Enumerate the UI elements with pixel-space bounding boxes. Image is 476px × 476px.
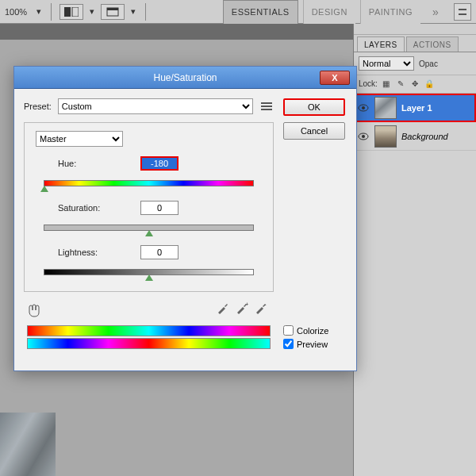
svg-rect-10 xyxy=(261,102,272,104)
eye-icon xyxy=(358,104,369,112)
dialog-titlebar[interactable]: Hue/Saturation X xyxy=(14,67,356,89)
svg-rect-11 xyxy=(261,106,272,107)
hue-slider[interactable] xyxy=(36,175,262,191)
hue-input[interactable] xyxy=(140,156,178,171)
eyedropper-add-icon[interactable]: + xyxy=(236,301,248,314)
preset-select[interactable]: Custom xyxy=(58,98,253,114)
lock-label: Lock: xyxy=(359,79,378,88)
screen-mode-icon xyxy=(64,7,79,17)
close-icon: X xyxy=(332,73,337,83)
workspace-expand-button[interactable] xyxy=(454,3,471,21)
layer-row-background[interactable]: Background xyxy=(354,122,476,151)
hue-label: Hue: xyxy=(36,159,140,168)
saturation-slider[interactable] xyxy=(36,220,262,236)
ok-button[interactable]: OK xyxy=(283,98,345,116)
svg-text:+: + xyxy=(245,301,248,308)
workspace-tab-painting[interactable]: PAINTING xyxy=(360,0,420,24)
svg-point-7 xyxy=(362,106,365,109)
colorize-label: Colorize xyxy=(297,326,328,336)
lock-move-icon[interactable]: ✥ xyxy=(409,78,420,89)
document-tab-strip xyxy=(0,24,353,40)
lock-transparent-icon[interactable]: ▦ xyxy=(381,78,392,89)
panel-tab-actions[interactable]: ACTIONS xyxy=(406,36,459,52)
eyedropper-icon[interactable] xyxy=(217,301,229,314)
eyedropper-subtract-icon[interactable]: - xyxy=(255,301,267,314)
hue-param: Hue: xyxy=(36,156,262,191)
targeted-adjust-button[interactable] xyxy=(24,301,44,319)
blend-mode-select[interactable]: Normal xyxy=(359,56,414,71)
svg-rect-3 xyxy=(107,8,118,10)
panel-tab-strip: LAYERS ACTIONS xyxy=(354,35,476,52)
lightness-slider[interactable] xyxy=(36,264,262,280)
layers-panel: LAYERS ACTIONS Normal Opac Lock: ▦ ✎ ✥ 🔒… xyxy=(353,24,476,476)
document-image xyxy=(0,413,56,476)
screen-mode-button[interactable] xyxy=(60,4,83,20)
saturation-label: Saturation: xyxy=(36,203,140,213)
layer-thumbnail[interactable] xyxy=(374,125,397,148)
arrange-icon xyxy=(106,7,119,17)
adjustment-group: Master Hue: Saturation: xyxy=(24,122,274,292)
zoom-dropdown-icon[interactable]: ▾ xyxy=(35,6,43,17)
zoom-level[interactable]: 100% xyxy=(5,7,30,17)
preview-checkbox-row[interactable]: Preview xyxy=(283,339,347,349)
hue-strip-result xyxy=(27,338,271,349)
options-bar: 100% ▾ ▾ ▾ ESSENTIALS DESIGN PAINTING » xyxy=(0,0,476,24)
cancel-button[interactable]: Cancel xyxy=(283,122,345,140)
lightness-param: Lightness: xyxy=(36,245,262,280)
lock-all-icon[interactable]: 🔒 xyxy=(424,78,435,89)
svg-rect-1 xyxy=(72,7,79,17)
svg-point-9 xyxy=(362,135,365,138)
workspace-more-icon[interactable]: » xyxy=(425,6,446,18)
colorize-checkbox-row[interactable]: Colorize xyxy=(283,325,347,336)
colorize-checkbox[interactable] xyxy=(283,325,294,336)
visibility-toggle[interactable] xyxy=(357,130,370,143)
saturation-param: Saturation: xyxy=(36,201,262,236)
lock-brush-icon[interactable]: ✎ xyxy=(395,78,406,89)
svg-rect-0 xyxy=(64,7,71,17)
menu-icon xyxy=(261,102,272,111)
preview-label: Preview xyxy=(297,340,328,349)
layer-thumbnail[interactable] xyxy=(374,97,397,119)
panel-tab-layers[interactable]: LAYERS xyxy=(357,36,405,52)
svg-rect-12 xyxy=(261,109,272,110)
separator xyxy=(51,3,52,21)
svg-rect-5 xyxy=(459,13,466,15)
svg-rect-4 xyxy=(459,9,466,10)
saturation-input[interactable] xyxy=(140,201,178,215)
lightness-label: Lightness: xyxy=(36,248,140,257)
eye-icon xyxy=(358,132,369,140)
expand-icon xyxy=(459,8,466,16)
workspace-tab-essentials[interactable]: ESSENTIALS xyxy=(223,0,298,24)
lightness-input[interactable] xyxy=(140,245,178,259)
separator xyxy=(145,3,146,21)
hue-saturation-dialog: Hue/Saturation X Preset: Custom Master xyxy=(13,66,357,371)
screen-mode-dropdown-icon[interactable]: ▾ xyxy=(88,6,96,17)
preset-menu-button[interactable] xyxy=(259,99,274,113)
layer-name[interactable]: Layer 1 xyxy=(401,103,432,113)
hue-strip-source xyxy=(27,325,271,336)
channel-select[interactable]: Master xyxy=(36,131,123,147)
dialog-title: Hue/Saturation xyxy=(14,72,356,83)
layer-name[interactable]: Background xyxy=(401,132,448,141)
arrange-dropdown-icon[interactable]: ▾ xyxy=(129,6,137,17)
layer-row-layer1[interactable]: Layer 1 xyxy=(354,94,476,122)
arrange-button[interactable] xyxy=(101,4,125,20)
opacity-label: Opac xyxy=(419,60,438,68)
workspace-tab-design[interactable]: DESIGN xyxy=(303,0,355,24)
preset-label: Preset: xyxy=(24,102,52,111)
visibility-toggle[interactable] xyxy=(357,102,370,114)
svg-text:-: - xyxy=(264,301,267,308)
hand-icon xyxy=(26,303,42,317)
preview-checkbox[interactable] xyxy=(283,339,294,349)
close-button[interactable]: X xyxy=(320,71,350,85)
